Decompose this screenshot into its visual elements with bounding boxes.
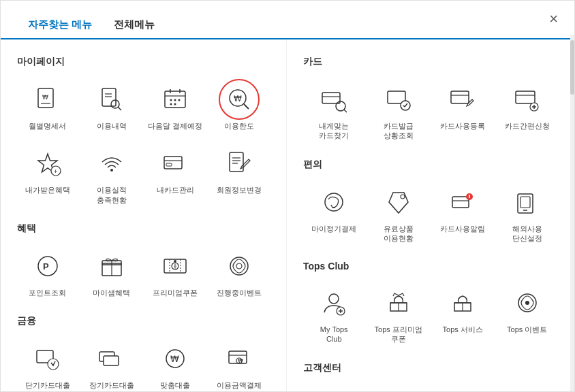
won-search-icon: ₩ xyxy=(221,82,257,117)
long-loan-icon xyxy=(94,341,129,376)
menu-usage-limit[interactable]: ₩ 이용한도 xyxy=(208,78,270,135)
svg-point-15 xyxy=(170,103,172,105)
menu-usage-history-label: 이용내역 xyxy=(97,121,127,131)
menu-long-loan[interactable]: 장기카드대출 xyxy=(81,337,142,391)
event-icon xyxy=(221,248,257,284)
menu-tops-event[interactable]: Tops 이벤트 xyxy=(497,281,559,348)
tops-club-grid: My TopsClub xyxy=(303,281,558,348)
svg-point-83 xyxy=(525,301,529,305)
svg-point-66 xyxy=(325,193,343,211)
svg-point-74 xyxy=(329,294,339,304)
section-card-title: 카드 xyxy=(303,56,558,68)
svg-point-12 xyxy=(170,99,172,101)
menu-card-alert[interactable]: 카드사용알림 xyxy=(432,180,494,248)
menu-card-find-label: 내게맞는카드찾기 xyxy=(319,121,349,141)
receipt-icon: ₩ xyxy=(30,82,65,117)
scrollbar-thumb[interactable] xyxy=(570,40,574,95)
finance-grid: 단기카드대출 장기카드대출 xyxy=(17,337,270,391)
menu-mysam-benefits-label: 마이샘혜택 xyxy=(93,288,130,297)
menu-my-card-manage[interactable]: 내카드관리 xyxy=(145,142,206,209)
convenience-grid: 마이정기결제 유료상품이용현황 xyxy=(303,180,558,248)
menu-premium-coupon-label: 프리미엄쿠폰 xyxy=(153,288,198,297)
content-area: 마이페이지 ₩ 월별명세서 xyxy=(1,39,574,391)
regular-payment-icon xyxy=(316,184,352,220)
payment-icon: ₩ xyxy=(221,341,257,376)
menu-card-register[interactable]: 카드사용등록 xyxy=(432,78,494,145)
menu-cs-1[interactable] xyxy=(303,384,365,391)
svg-point-23 xyxy=(110,169,113,172)
menu-short-loan[interactable]: 단기카드대출 xyxy=(17,337,78,391)
tops-service-icon xyxy=(445,285,480,321)
left-panel: 마이페이지 ₩ 월별명세서 xyxy=(1,39,287,391)
star-icon: + xyxy=(30,146,65,181)
menu-ongoing-events-label: 진행중이벤트 xyxy=(217,288,262,297)
menu-paid-product[interactable]: 유료상품이용현황 xyxy=(368,180,430,248)
coupon-icon xyxy=(157,248,193,284)
menu-card-status-label: 카드발급상황조회 xyxy=(384,121,414,141)
menu-tops-coupon-label: Tops 프리미엄쿠폰 xyxy=(375,325,422,344)
menu-custom-loan[interactable]: ₩ 맞춤대출 xyxy=(145,337,206,391)
tops-event-icon xyxy=(510,285,545,321)
menu-tops-service[interactable]: Tops 서비스 xyxy=(432,281,494,348)
menu-point-check-label: 포인트조회 xyxy=(29,288,66,297)
cs2-icon xyxy=(381,388,416,391)
tab-frequent[interactable]: 자주찾는 메뉴 xyxy=(17,13,103,39)
svg-point-40 xyxy=(236,263,242,269)
mypage-grid: ₩ 월별명세서 xyxy=(17,78,270,209)
menu-card-find[interactable]: 내게맞는카드찾기 xyxy=(303,78,365,145)
menu-cs-2[interactable] xyxy=(368,384,430,391)
scrollbar-track xyxy=(570,39,574,391)
svg-rect-26 xyxy=(166,163,172,166)
svg-rect-59 xyxy=(451,91,469,103)
svg-point-4 xyxy=(111,100,119,108)
menu-usage-history[interactable]: 이용내역 xyxy=(81,78,142,135)
menu-ongoing-events[interactable]: 진행중이벤트 xyxy=(208,244,270,301)
menu-usage-performance[interactable]: 이용실적충족현황 xyxy=(81,142,142,209)
svg-text:₩: ₩ xyxy=(238,358,243,364)
svg-text:₩: ₩ xyxy=(42,94,48,101)
menu-mysam-benefits[interactable]: 마이샘혜택 xyxy=(81,244,142,301)
card-find-icon xyxy=(316,82,352,117)
menu-card-apply-label: 카드간편신청 xyxy=(505,121,550,131)
menu-next-payment-label: 다음달 결제예정 xyxy=(148,121,202,131)
menu-card-apply[interactable]: 카드간편신청 xyxy=(497,78,559,145)
tab-all[interactable]: 전체메뉴 xyxy=(103,13,166,38)
menu-my-card-manage-label: 내카드관리 xyxy=(157,185,194,195)
close-button[interactable]: × xyxy=(549,12,558,27)
menu-monthly-bill[interactable]: ₩ 월별명세서 xyxy=(17,78,78,135)
svg-text:₩: ₩ xyxy=(234,94,242,103)
customer-grid xyxy=(303,384,558,391)
svg-line-19 xyxy=(244,104,249,109)
menu-usage-limit-label: 이용한도 xyxy=(224,121,254,131)
menu-overseas-label: 해외사용단신설정 xyxy=(512,224,542,244)
menu-usage-performance-label: 이용실적충족현황 xyxy=(97,185,127,205)
overseas-icon xyxy=(510,184,545,220)
menu-member-info[interactable]: 회원정보변경 xyxy=(208,142,270,209)
menu-my-tops-club[interactable]: My TopsClub xyxy=(303,281,365,348)
menu-point-check[interactable]: P 포인트조회 xyxy=(17,244,78,301)
my-tops-icon xyxy=(316,285,352,321)
svg-point-53 xyxy=(336,101,345,111)
search-doc-icon xyxy=(94,82,129,117)
custom-loan-icon: ₩ xyxy=(157,341,193,376)
svg-line-5 xyxy=(118,108,121,111)
menu-regular-payment[interactable]: 마이정기결제 xyxy=(303,180,365,248)
tops-coupon-icon xyxy=(381,285,416,321)
menu-card-alert-label: 카드사용알림 xyxy=(440,224,485,233)
card-register-icon xyxy=(445,82,480,117)
menu-short-loan-label: 단기카드대출 xyxy=(25,380,70,390)
menu-amount-payment[interactable]: ₩ 이용금액결제 xyxy=(208,337,270,391)
svg-text:+: + xyxy=(54,168,57,175)
menu-my-benefits[interactable]: + 내가받은혜택 xyxy=(17,142,78,209)
menu-member-info-label: 회원정보변경 xyxy=(217,185,262,195)
menu-next-payment[interactable]: 다음달 결제예정 xyxy=(145,78,206,135)
svg-point-14 xyxy=(178,99,181,101)
menu-card-status[interactable]: 카드발급상황조회 xyxy=(368,78,430,145)
menu-overseas[interactable]: 해외사용단신설정 xyxy=(497,180,559,248)
section-mypage-title: 마이페이지 xyxy=(17,56,270,68)
menu-tops-service-label: Tops 서비스 xyxy=(443,325,483,334)
menu-tops-coupon[interactable]: Tops 프리미엄쿠폰 xyxy=(368,281,430,348)
section-convenience-title: 편의 xyxy=(303,159,558,171)
paid-product-icon xyxy=(381,184,416,220)
menu-premium-coupon[interactable]: 프리미엄쿠폰 xyxy=(145,244,206,301)
